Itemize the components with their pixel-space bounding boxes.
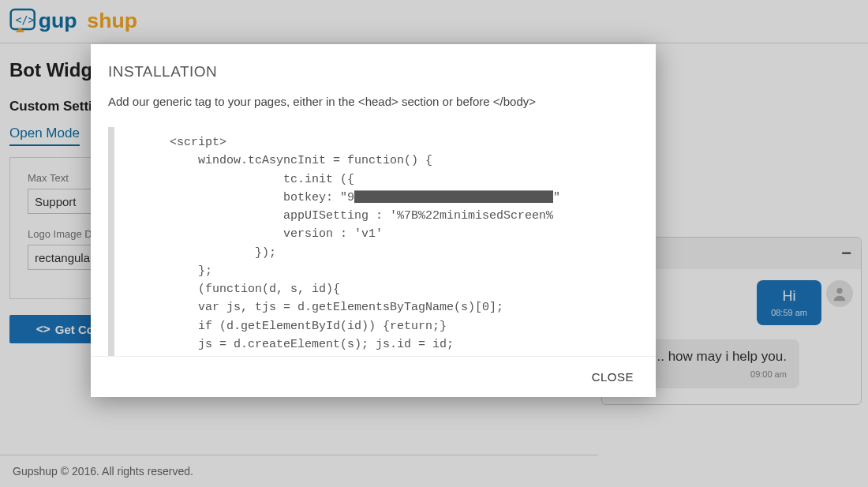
modal-title: INSTALLATION (108, 63, 638, 81)
modal-footer: CLOSE (91, 356, 656, 397)
close-button[interactable]: CLOSE (592, 370, 634, 384)
modal-scroll[interactable]: INSTALLATION Add our generic tag to your… (91, 44, 656, 356)
installation-modal: INSTALLATION Add our generic tag to your… (91, 44, 656, 397)
code-block[interactable]: <script> window.tcAsyncInit = function()… (108, 127, 638, 356)
modal-subtitle: Add our generic tag to your pages, eithe… (108, 95, 638, 108)
